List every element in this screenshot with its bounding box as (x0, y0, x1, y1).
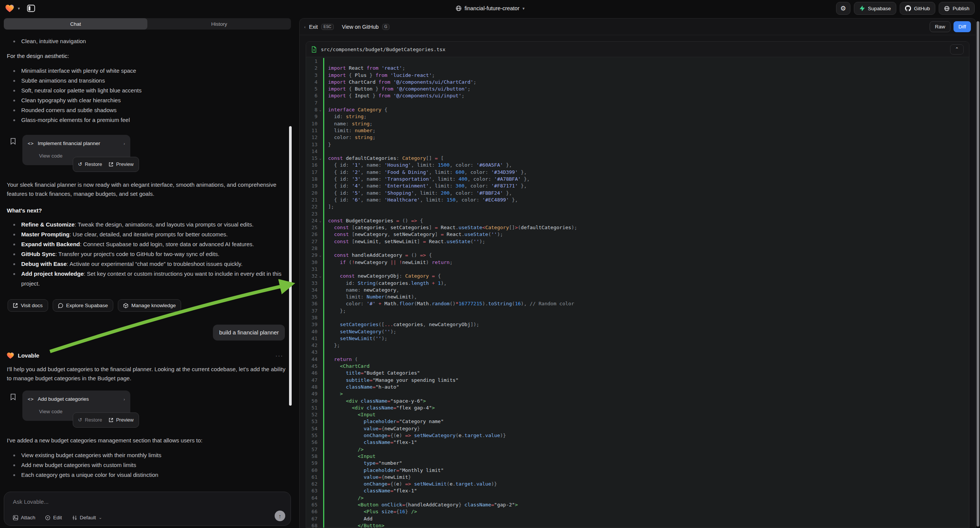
explore-supabase-button[interactable]: Explore Supabase (52, 299, 113, 312)
sidebar-toggle-icon[interactable] (27, 5, 35, 12)
tab-chat[interactable]: Chat (4, 18, 147, 30)
code-line: 68 </Button> (306, 522, 969, 528)
code-line: 25 const [categories, setCategories] = R… (306, 224, 969, 231)
chat-scrollbar[interactable] (289, 126, 292, 406)
code-line: 32⌄ const newCategoryObj: Category = { (306, 273, 969, 280)
attach-button[interactable]: Attach (13, 515, 35, 520)
send-button[interactable]: ↑ (275, 511, 285, 521)
bookmark-icon[interactable] (10, 138, 16, 145)
code-line: 37 }; (306, 308, 969, 314)
exit-button[interactable]: ‹ Exit ESC (304, 24, 334, 30)
bookmark-icon[interactable] (10, 394, 16, 400)
logo-chevron-down-icon[interactable]: ▾ (18, 6, 20, 11)
code-line: 29⌄ const handleAddCategory = () => { (306, 252, 969, 259)
restore-button[interactable]: ↺ Restore (78, 415, 102, 425)
whats-next-heading: What's next? (5, 206, 287, 215)
composer-placeholder: Ask Lovable... (13, 498, 48, 505)
raw-toggle-button[interactable]: Raw (930, 21, 950, 32)
code-line: 55 onChange={(e) => setNewCategory(e.tar… (306, 432, 969, 439)
composer[interactable]: Ask Lovable... Attach Edit Default ⌄ (4, 491, 291, 526)
publish-button[interactable]: Publish (939, 2, 975, 15)
publish-globe-icon (944, 6, 950, 11)
code-line: 23 (306, 211, 969, 218)
code-line: 17 { id: '2', name: 'Food & Dining', lim… (306, 169, 969, 176)
bullet-item: GitHub Sync: Transfer your project's cod… (5, 249, 287, 259)
code-line: 40 setNewCategory(''); (306, 328, 969, 335)
settings-button[interactable]: ⚙ (836, 2, 850, 15)
edit-button[interactable]: Edit (45, 515, 62, 520)
mode-selector[interactable]: Default ⌄ (72, 515, 102, 520)
code-line: 6import { Input } from '@/components/ui/… (306, 92, 969, 99)
code-line: 2import React from 'react'; (306, 65, 969, 72)
code-line: 56 className="flex-1" (306, 439, 969, 446)
view-on-github-button[interactable]: View on GitHub G (342, 24, 390, 30)
image-icon (13, 515, 18, 520)
gear-icon: ⚙ (840, 5, 846, 13)
package-icon (123, 303, 129, 308)
code-line: 36 color: '#' + Math.floor(Math.random()… (306, 301, 969, 307)
supabase-button[interactable]: Supabase (854, 2, 896, 15)
code-line: 46 title="Budget Categories" (306, 370, 969, 377)
code-line: 28 (306, 245, 969, 252)
code-body[interactable]: 1 2import React from 'react';3import { P… (306, 57, 969, 528)
code-line: 44 return ( (306, 356, 969, 363)
github-button[interactable]: GitHub (900, 2, 935, 15)
code-line: 31 (306, 266, 969, 273)
bullet-item: Soft, neutral color palette with light b… (5, 86, 287, 95)
bullet-item: Refine & Customize: Tweak the design, an… (5, 220, 287, 229)
restore-button[interactable]: ↺ Restore (78, 160, 102, 169)
code-line: 4import ChartCard from '@/components/ui/… (306, 79, 969, 86)
github-icon (905, 5, 911, 11)
project-name: financial-future-creator (465, 5, 519, 11)
tab-history[interactable]: History (147, 18, 291, 30)
code-line: 64 /> (306, 495, 969, 501)
code-line: 7 (306, 100, 969, 107)
code-line: 12 color: string; (306, 134, 969, 141)
user-message-1: build a financial planner (213, 324, 285, 340)
chevron-down-icon: ⌄ (99, 515, 102, 520)
version-actions: ↺ Restore Preview (73, 412, 139, 428)
code-line: 59 type="number" (306, 460, 969, 467)
external-link-icon (13, 303, 18, 308)
code-line: 62 onChange={(e) => setNewLimit(e.target… (306, 481, 969, 487)
code-panel-header: ‹ Exit ESC View on GitHub G Raw Diff (300, 19, 975, 35)
code-line: 16 { id: '1', name: 'Housing', limit: 15… (306, 162, 969, 169)
code-line: 21 { id: '6', name: 'Healthcare', limit:… (306, 197, 969, 204)
file-added-icon (312, 46, 317, 52)
manage-knowledge-button[interactable]: Manage knowledge (118, 299, 181, 312)
message-menu-button[interactable]: ··· (275, 351, 283, 360)
file-header[interactable]: src/components/budget/BudgetCategories.t… (306, 42, 969, 57)
bullet-item: View existing budget categories with the… (5, 450, 287, 460)
code-icon: <> (28, 139, 34, 148)
top-bullet-list: Clean, intuitive navigation (5, 37, 287, 46)
chat-bubble-icon (58, 303, 63, 308)
lovable-heart-icon (7, 352, 14, 359)
code-line: 65 <Button onClick={handleAddCategory} c… (306, 501, 969, 508)
code-line: 63 className="flex-1" (306, 487, 969, 494)
code-line: 43 (306, 349, 969, 356)
preview-button[interactable]: Preview (109, 160, 134, 169)
visit-docs-button[interactable]: Visit docs (8, 299, 48, 312)
chevron-right-icon: › (124, 395, 125, 404)
window-scrollbar[interactable] (977, 21, 979, 526)
code-line: 10 name: string; (306, 121, 969, 127)
code-line: 60 placeholder="Monthly limit" (306, 467, 969, 474)
file-card: src/components/budget/BudgetCategories.t… (306, 41, 969, 528)
code-line: 8⌄interface Category { (306, 107, 969, 113)
project-switcher[interactable]: financial-future-creator ▾ (455, 0, 525, 17)
code-line: 42 }; (306, 342, 969, 349)
preview-button[interactable]: Preview (109, 415, 134, 425)
lovable-logo-icon[interactable] (5, 5, 14, 13)
code-line: 51 <div className="flex gap-4"> (306, 404, 969, 411)
code-line: 48 className="h-auto" (306, 384, 969, 391)
file-path: src/components/budget/BudgetCategories.t… (321, 46, 445, 52)
collapse-file-button[interactable]: ⌃ (950, 44, 964, 54)
code-line: 53 placeholder="Category name" (306, 418, 969, 425)
diff-toggle-button[interactable]: Diff (953, 21, 971, 32)
code-line: 14 (306, 148, 969, 155)
code-line: 13} (306, 141, 969, 148)
code-line: 19 { id: '4', name: 'Entertainment', lim… (306, 183, 969, 189)
assistant-name: Lovable (18, 351, 40, 360)
bullet-item: Each category gets a unique color for vi… (5, 470, 287, 480)
version-card-1: <> Implement financial planner › View co… (8, 135, 287, 174)
